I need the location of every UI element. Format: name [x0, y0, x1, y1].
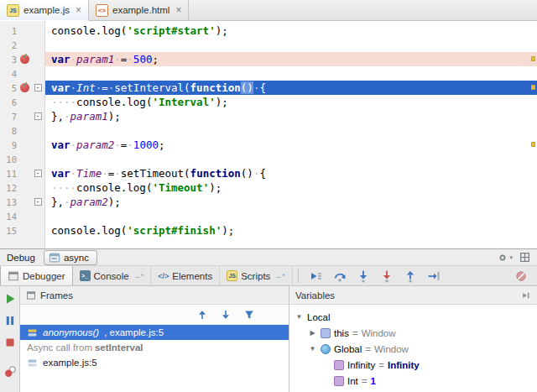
code-line[interactable] [45, 152, 537, 166]
editor-tab-example.html[interactable]: <>example.html× [89, 0, 189, 20]
line-number: 3 [0, 55, 17, 65]
restore-layout-icon[interactable] [519, 252, 530, 263]
code-line[interactable]: var·Int·=·setInterval(function()·{ [45, 81, 537, 95]
debugger-tab-icon [8, 270, 19, 282]
step-over-icon[interactable] [331, 268, 349, 285]
code-line[interactable]: console.log('script#finish'); [45, 223, 537, 238]
breakpoint-icon[interactable] [20, 83, 29, 92]
stack-frame-row[interactable]: example.js:5 [20, 355, 289, 370]
view-breakpoints-icon[interactable] [3, 364, 18, 379]
code-line[interactable]: var·param1·=·500; [45, 52, 537, 66]
elements-tab-icon: </> [158, 272, 169, 280]
gutter-row: 12 [0, 180, 44, 195]
gutter-row: 15 [0, 223, 44, 238]
debug-tab-debugger[interactable]: Debugger [0, 266, 73, 285]
stack-frame-row[interactable]: anonymous(), example.js:5 [20, 325, 289, 340]
close-tab-icon[interactable]: × [76, 4, 81, 16]
frames-panel-icon [26, 290, 36, 301]
async-call-label: Async call from setInterval [20, 340, 289, 355]
frame-label-part: example.js:5 [43, 358, 97, 368]
code-line[interactable]: var·param2·=·1000; [45, 138, 537, 152]
debug-left-toolbar [0, 286, 20, 392]
fold-marker-icon[interactable]: - [34, 84, 42, 91]
line-number: 5 [0, 83, 17, 93]
breakpoint-icon[interactable] [20, 55, 29, 64]
show-execution-point-icon[interactable] [307, 268, 326, 285]
breakpoint-area [17, 83, 32, 92]
frames-toolbar [20, 305, 289, 325]
debug-tab-console[interactable]: >_Console→* [73, 266, 152, 285]
debug-panel-title: Debug [7, 253, 35, 263]
expander-open-icon[interactable]: ▼ [295, 313, 304, 321]
variable-row[interactable]: ▶this = Window [289, 325, 537, 341]
run-to-cursor-icon[interactable] [425, 268, 443, 285]
frame-up-icon[interactable] [196, 309, 208, 321]
console-tab-icon: >_ [80, 270, 91, 281]
variable-name: this [334, 328, 349, 338]
editor-gutter: 12345-67-891011-1213-1415 [0, 21, 45, 248]
fold-area: - [32, 84, 44, 91]
variables-header: Variables [289, 286, 537, 305]
close-tab-icon[interactable]: × [175, 4, 181, 16]
session-tab-async[interactable]: async [44, 250, 97, 265]
primitive-icon [334, 360, 344, 370]
step-out-icon[interactable] [401, 268, 420, 285]
code-line[interactable]: ····console.log('Timeout'); [45, 180, 537, 195]
variable-row[interactable]: ▼Global = Window [289, 341, 537, 357]
step-into-icon[interactable] [354, 268, 373, 285]
fold-area: - [32, 170, 44, 177]
gutter-row: 2 [0, 38, 44, 52]
fold-marker-icon[interactable]: - [34, 198, 42, 206]
code-line[interactable] [45, 209, 537, 223]
breakpoint-area [17, 55, 32, 64]
line-number: 7 [0, 112, 17, 122]
frames-title: Frames [40, 290, 73, 301]
settings-icon[interactable]: ▾ [497, 252, 513, 264]
variable-name: Infinity [347, 360, 375, 370]
variable-name: Local [307, 312, 331, 322]
editor-tab-example.js[interactable]: JSexample.js× [0, 0, 89, 21]
code-line[interactable]: var·Time·=·setTimeout(function()·{ [45, 166, 537, 180]
toolbar-right [512, 266, 537, 285]
expander-open-icon[interactable]: ▼ [308, 345, 317, 353]
variable-row[interactable]: Infinity = Infinity [289, 357, 537, 373]
warning-stripe-mark[interactable] [531, 85, 535, 90]
ide-window: JSexample.js×<>example.html× 12345-67-89… [0, 0, 537, 392]
fold-marker-icon[interactable]: - [34, 170, 42, 177]
code-line[interactable] [45, 66, 537, 81]
scripts-tab-icon: JS [227, 270, 237, 281]
filter-icon[interactable] [243, 309, 255, 321]
gutter-row: 11- [0, 166, 44, 180]
code-line[interactable]: },·param1); [45, 109, 537, 123]
force-step-into-icon[interactable] [378, 268, 396, 285]
fold-marker-icon[interactable]: - [34, 112, 42, 120]
variables-panel: Variables ▼Local▶this = Window▼Global = … [289, 286, 537, 392]
debug-tab-scripts[interactable]: JSScripts→* [220, 266, 293, 285]
line-number: 11 [0, 169, 17, 179]
stop-icon[interactable] [3, 335, 18, 350]
frame-down-icon[interactable] [220, 309, 232, 321]
mute-breakpoints-icon[interactable] [512, 268, 530, 285]
resume-icon[interactable] [3, 291, 18, 306]
line-number: 10 [0, 154, 17, 165]
hide-variables-icon[interactable] [521, 290, 531, 301]
code-area[interactable]: console.log('script#start');var·param1·=… [45, 21, 537, 248]
pause-icon[interactable] [3, 313, 18, 328]
expander-closed-icon[interactable]: ▶ [308, 329, 317, 337]
equals-sign: = [362, 376, 368, 386]
line-number: 9 [0, 140, 17, 150]
variable-row[interactable]: ▼Local [289, 309, 537, 325]
line-number: 4 [0, 69, 17, 79]
warning-stripe-mark[interactable] [531, 56, 535, 61]
code-line[interactable]: console.log('script#start'); [45, 24, 537, 38]
variable-row[interactable]: Int = 1 [289, 373, 537, 389]
debug-tab-label: Scripts [241, 271, 270, 281]
code-line[interactable]: ····console.log('Interval'); [45, 95, 537, 109]
debug-header-actions: ▾ [497, 252, 532, 264]
code-line[interactable]: },·param2); [45, 195, 537, 209]
warning-stripe-mark[interactable] [531, 142, 535, 147]
code-line[interactable] [45, 123, 537, 138]
async-label-part: setInterval [95, 342, 143, 353]
code-line[interactable] [45, 38, 537, 52]
debug-tab-elements[interactable]: </>Elements [151, 266, 220, 285]
